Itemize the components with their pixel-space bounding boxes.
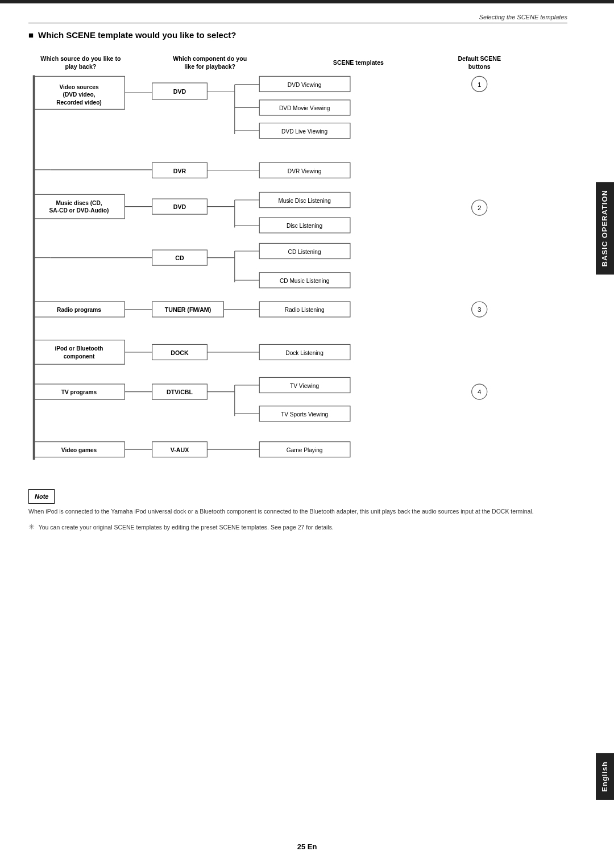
svg-text:Disc Listening: Disc Listening	[287, 223, 322, 229]
svg-text:DVR: DVR	[173, 168, 186, 174]
svg-text:3: 3	[478, 306, 481, 313]
svg-text:(DVD video,: (DVD video,	[63, 91, 96, 98]
note-section: Note When iPod is connected to the Yamah…	[28, 489, 567, 533]
svg-text:4: 4	[478, 388, 482, 395]
svg-text:like for playback?: like for playback?	[184, 63, 235, 70]
svg-text:DVR Viewing: DVR Viewing	[288, 168, 322, 174]
svg-text:DTV/CBL: DTV/CBL	[167, 389, 193, 395]
hint-icon: ✳	[28, 523, 35, 531]
side-tab-english: English	[596, 753, 614, 800]
svg-text:buttons: buttons	[468, 63, 491, 70]
svg-text:TV Viewing: TV Viewing	[290, 383, 319, 389]
note-hint: ✳ You can create your original SCENE tem…	[28, 521, 567, 533]
svg-text:Music Disc Listening: Music Disc Listening	[278, 198, 330, 204]
svg-rect-35	[34, 194, 125, 219]
svg-text:2: 2	[478, 204, 481, 211]
svg-text:SCENE templates: SCENE templates	[333, 59, 384, 66]
svg-text:component: component	[64, 353, 95, 360]
svg-text:CD Music Listening: CD Music Listening	[280, 278, 329, 284]
svg-text:Game Playing: Game Playing	[287, 447, 323, 453]
svg-text:Video sources: Video sources	[59, 84, 98, 90]
svg-text:V-AUX: V-AUX	[171, 446, 189, 453]
svg-text:CD Listening: CD Listening	[288, 249, 321, 255]
note-title: Note	[28, 489, 55, 504]
note-text: When iPod is connected to the Yamaha iPo…	[28, 507, 567, 516]
svg-text:DVD Viewing: DVD Viewing	[288, 82, 322, 88]
svg-rect-108	[33, 75, 35, 460]
svg-text:Recorded video): Recorded video)	[56, 99, 101, 106]
svg-text:DVD Live Viewing: DVD Live Viewing	[281, 128, 327, 135]
svg-text:TUNER (FM/AM): TUNER (FM/AM)	[165, 306, 211, 313]
svg-text:DVD Movie Viewing: DVD Movie Viewing	[279, 105, 330, 111]
svg-text:Which component do you: Which component do you	[173, 55, 247, 62]
svg-text:CD: CD	[175, 254, 184, 261]
svg-text:Radio programs: Radio programs	[57, 307, 101, 313]
svg-text:Music discs (CD,: Music discs (CD,	[56, 200, 102, 206]
svg-text:DVD: DVD	[173, 203, 186, 210]
svg-text:DOCK: DOCK	[171, 349, 189, 356]
svg-text:Video games: Video games	[61, 447, 97, 453]
svg-text:1: 1	[478, 81, 481, 88]
svg-text:SA-CD or DVD-Audio): SA-CD or DVD-Audio)	[49, 207, 109, 214]
scene-diagram: Which source do you like to play back? W…	[28, 49, 567, 478]
svg-text:Default SCENE: Default SCENE	[458, 55, 501, 62]
svg-text:DVD: DVD	[173, 88, 186, 95]
svg-text:Which source do you like to: Which source do you like to	[40, 55, 121, 62]
side-tab-operation: BASIC OPERATION	[596, 182, 614, 274]
svg-text:Dock Listening: Dock Listening	[285, 350, 323, 356]
section-title: Which SCENE template would you like to s…	[28, 30, 567, 40]
page-number: 25 En	[297, 842, 317, 851]
diagram-container: Which source do you like to play back? W…	[28, 49, 567, 478]
svg-rect-74	[34, 340, 125, 365]
svg-text:Radio Listening: Radio Listening	[285, 307, 325, 313]
svg-text:TV programs: TV programs	[61, 389, 97, 395]
svg-text:TV Sports Viewing: TV Sports Viewing	[281, 411, 328, 418]
svg-text:play back?: play back?	[65, 63, 96, 70]
svg-text:iPod or Bluetooth: iPod or Bluetooth	[55, 345, 103, 352]
top-section-label: Selecting the SCENE templates	[28, 14, 567, 23]
